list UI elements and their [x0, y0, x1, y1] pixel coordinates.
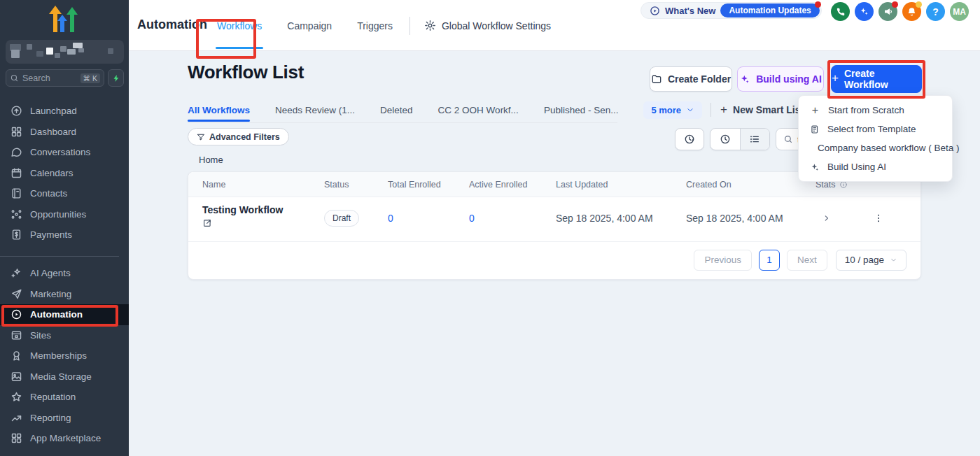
build-using-ai-button[interactable]: Build using AI [737, 66, 824, 92]
sidebar-item-dashboard[interactable]: Dashboard [0, 122, 129, 143]
menu-item-company-based-workflow[interactable]: Company based workflow ( Beta ) [799, 138, 952, 157]
previous-page-button[interactable]: Previous [694, 250, 752, 271]
sidebar-item-opportunities[interactable]: Opportunities [0, 204, 129, 225]
global-workflow-settings-button[interactable]: Global Workflow Settings [414, 20, 561, 31]
phone-button[interactable] [831, 2, 850, 21]
top-header: Automation Workflows Campaign Triggers G… [129, 0, 980, 51]
workflow-filter-tabs: All Workflows Needs Review (1... Deleted… [188, 99, 804, 120]
reputation-icon [10, 391, 22, 403]
phone-icon [836, 7, 846, 17]
recent-view-button[interactable] [710, 129, 740, 150]
avatar[interactable]: MA [950, 2, 969, 21]
workflow-name[interactable]: Testing Workflow [202, 204, 283, 215]
create-workflow-button[interactable]: + Create Workflow [831, 65, 922, 93]
blurred-account-name [6, 40, 124, 64]
app-marketplace-icon [10, 432, 22, 444]
column-created-on: Created On [686, 180, 732, 190]
plus-icon: + [832, 71, 839, 85]
column-status: Status [324, 180, 349, 190]
quick-actions-button[interactable] [108, 69, 124, 87]
tab-deleted[interactable]: Deleted [380, 105, 413, 115]
page-size-select[interactable]: 10 / page [836, 250, 906, 271]
gear-icon [424, 20, 436, 31]
menu-item-build-using-ai[interactable]: Build Using AI [799, 157, 952, 176]
page-number-button[interactable]: 1 [759, 250, 780, 271]
advanced-filters-button[interactable]: Advanced Filters [188, 128, 289, 145]
workflow-table-card: Name Status Total Enrolled Active Enroll… [188, 171, 921, 280]
tab-workflows[interactable]: Workflows [204, 0, 274, 51]
help-button[interactable]: ? [926, 2, 945, 21]
create-workflow-menu: + Start from Scratch Select from Templat… [798, 95, 953, 182]
column-name: Name [202, 180, 225, 190]
create-folder-button[interactable]: Create Folder [650, 66, 732, 92]
plus-icon: + [720, 103, 727, 117]
tab-published-sen[interactable]: Published - Sen... [544, 105, 619, 115]
open-in-new-icon[interactable] [202, 218, 212, 231]
sidebar-item-sites[interactable]: Sites [0, 325, 129, 346]
sidebar-item-contacts[interactable]: Contacts [0, 183, 129, 204]
reporting-icon [10, 412, 22, 424]
page-title: Automation [137, 17, 207, 32]
launchpad-icon [10, 105, 22, 117]
menu-item-start-from-scratch[interactable]: + Start from Scratch [799, 101, 952, 120]
sidebar-item-payments[interactable]: Payments [0, 225, 129, 245]
tab-cc2-ooh[interactable]: CC 2 OOH Workf... [438, 105, 519, 115]
pagination: Previous 1 Next 10 / page [188, 241, 920, 279]
automation-updates-badge[interactable]: Automation Updates [720, 3, 819, 17]
tab-triggers[interactable]: Triggers [344, 0, 405, 51]
stats-expand-chevron[interactable] [822, 213, 832, 226]
menu-item-select-from-template[interactable]: Select from Template [799, 120, 952, 138]
announcements-button[interactable] [878, 2, 897, 21]
sidebar-item-app-marketplace[interactable]: App Marketplace [0, 428, 129, 449]
bell-notification-dot [916, 1, 922, 8]
next-page-button[interactable]: Next [787, 250, 827, 271]
sidebar-divider [0, 256, 119, 257]
whats-new-icon [650, 6, 660, 16]
more-tabs-button[interactable]: 5 more [643, 101, 702, 119]
conversations-icon [10, 146, 22, 158]
sidebar-item-marketing[interactable]: Marketing [0, 284, 129, 305]
sidebar-item-reputation[interactable]: Reputation [0, 387, 129, 408]
column-active-enrolled: Active Enrolled [469, 180, 527, 190]
sidebar-item-calendars[interactable]: Calendars [0, 163, 129, 184]
last-updated-value: Sep 18 2025, 4:00 AM [556, 213, 653, 224]
total-enrolled-value[interactable]: 0 [388, 213, 393, 224]
calendars-icon [10, 167, 22, 179]
notifications-button[interactable] [902, 2, 921, 21]
sidebar-item-conversations[interactable]: Conversations [0, 142, 129, 163]
bolt-icon [112, 73, 120, 83]
sidebar-nav-secondary: AI Agents Marketing Automation Sites Mem… [0, 263, 129, 449]
search-icon [783, 134, 793, 144]
new-smart-list-button[interactable]: + New Smart List [720, 103, 804, 117]
plus-icon: + [810, 104, 820, 117]
search-icon [10, 73, 19, 83]
table-row[interactable]: Testing Workflow Draft 0 0 Sep 18 2025, … [188, 197, 920, 242]
header-icon-row: ? MA [831, 2, 969, 21]
search-input[interactable]: Search ⌘ K [6, 69, 104, 87]
chevron-down-icon [686, 106, 694, 114]
announcements-notification-dot [892, 1, 898, 8]
template-icon [810, 124, 820, 134]
column-last-updated: Last Updated [556, 180, 608, 190]
column-total-enrolled: Total Enrolled [388, 180, 441, 190]
whats-new-button[interactable]: What's New [665, 6, 715, 16]
sidebar-item-ai-agents[interactable]: AI Agents [0, 263, 129, 284]
sidebar-item-reporting[interactable]: Reporting [0, 408, 129, 429]
row-actions-menu[interactable] [873, 212, 884, 227]
tab-campaign[interactable]: Campaign [274, 0, 344, 51]
tab-all-workflows[interactable]: All Workflows [188, 105, 250, 115]
whats-new-group: What's New Automation Updates [640, 2, 822, 19]
sidebar-item-launchpad[interactable]: Launchpad [0, 101, 129, 122]
sidebar-item-memberships[interactable]: Memberships [0, 345, 129, 366]
enrollment-history-button[interactable] [675, 128, 704, 150]
status-badge: Draft [324, 210, 359, 227]
breadcrumb[interactable]: Home [199, 155, 223, 165]
list-view-button[interactable] [740, 129, 769, 150]
tab-needs-review[interactable]: Needs Review (1... [275, 105, 355, 115]
sites-icon [10, 329, 22, 341]
sidebar-item-automation[interactable]: Automation [0, 304, 129, 325]
ai-tools-button[interactable] [855, 2, 874, 21]
opportunities-icon [10, 208, 22, 220]
active-enrolled-value[interactable]: 0 [469, 213, 475, 224]
sidebar-item-media-storage[interactable]: Media Storage [0, 366, 129, 387]
